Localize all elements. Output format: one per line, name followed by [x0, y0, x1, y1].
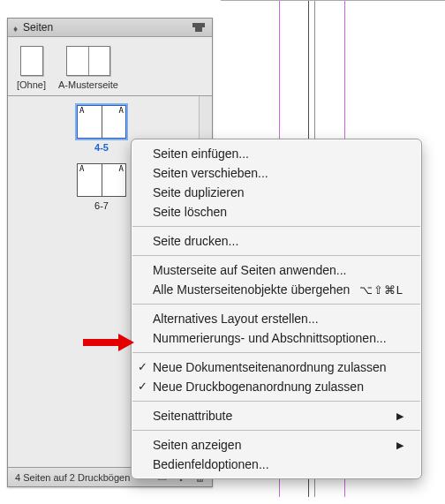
menu-sep: [132, 226, 420, 227]
panel-menu-icon[interactable]: [191, 21, 207, 34]
master-a[interactable]: A-Musterseite: [58, 46, 118, 90]
menu-override-masters[interactable]: Alle Musterseitenobjekte übergehen⌥⇧⌘L: [132, 280, 421, 299]
menu-panel-options[interactable]: Bedienfeldoptionen...: [132, 455, 421, 474]
menu-delete-page[interactable]: Seite löschen: [132, 202, 421, 222]
master-none-thumb: [20, 46, 43, 76]
shortcut-text: ⌥⇧⌘L: [359, 283, 404, 297]
menu-move-pages[interactable]: Seiten verschieben...: [132, 163, 421, 183]
menu-sep: [132, 304, 420, 305]
panel-titlebar[interactable]: Seiten: [8, 19, 212, 37]
menu-apply-master[interactable]: Musterseite auf Seiten anwenden...: [132, 260, 421, 280]
menu-allow-spread-shuffle[interactable]: Neue Druckbogenanordnung zulassen: [132, 377, 421, 396]
menu-view-pages[interactable]: Seiten anzeigen▶: [132, 435, 421, 455]
menu-sep: [132, 352, 420, 353]
submenu-arrow-icon: ▶: [396, 440, 404, 451]
master-none-label: [Ohne]: [17, 79, 46, 90]
spread-4-5-label: 4-5: [77, 142, 126, 153]
context-menu: Seiten einfügen... Seiten verschieben...…: [131, 139, 422, 479]
menu-insert-pages[interactable]: Seiten einfügen...: [132, 144, 421, 163]
master-section: [Ohne] A-Musterseite: [8, 37, 212, 96]
menu-print-page[interactable]: Seite drucken...: [132, 231, 421, 251]
collapse-icon[interactable]: [13, 21, 18, 34]
spread-4-5[interactable]: A A: [77, 105, 126, 139]
menu-sep: [132, 255, 420, 256]
master-a-thumb: [66, 46, 110, 76]
master-none[interactable]: [Ohne]: [17, 46, 46, 90]
submenu-arrow-icon: ▶: [396, 410, 404, 422]
menu-alt-layout[interactable]: Alternatives Layout erstellen...: [132, 309, 421, 328]
spread-6-7[interactable]: A A: [77, 163, 126, 197]
menu-page-attributes[interactable]: Seitenattribute▶: [132, 406, 421, 425]
spread-4-5-master-right: A: [118, 106, 124, 115]
panel-title: Seiten: [23, 21, 145, 34]
spread-6-7-label: 6-7: [77, 200, 126, 211]
spread-6-7-master-left: A: [79, 164, 85, 173]
menu-allow-doc-shuffle[interactable]: Neue Dokumentseitenanordnung zulassen: [132, 357, 421, 377]
menu-numbering-options[interactable]: Nummerierungs- und Abschnittsoptionen...: [132, 328, 421, 348]
menu-sep: [132, 430, 420, 431]
menu-duplicate-page[interactable]: Seite duplizieren: [132, 183, 421, 202]
spread-4-5-master-left: A: [79, 106, 85, 115]
master-a-label: A-Musterseite: [58, 79, 118, 90]
spread-6-7-master-right: A: [118, 164, 124, 173]
menu-sep: [132, 401, 420, 402]
